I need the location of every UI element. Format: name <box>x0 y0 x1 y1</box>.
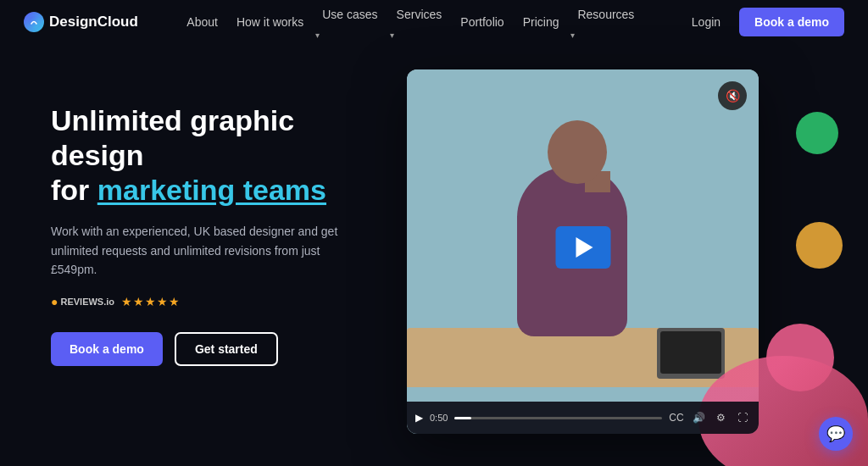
video-progress-fill <box>454 417 471 419</box>
reviews-section: ● REVIEWS.io ★★★★★ <box>51 295 373 308</box>
mute-button[interactable]: 🔇 <box>718 81 747 110</box>
video-laptop-screen <box>660 331 721 374</box>
video-controls: ▶ 0:50 CC 🔊 ⚙ ⛶ <box>407 402 759 434</box>
video-laptop <box>657 328 725 379</box>
logo-text: DesignCloud <box>49 14 138 31</box>
hero-description: Work with an experienced, UK based desig… <box>51 222 339 279</box>
video-cc-icon[interactable]: CC <box>669 410 684 425</box>
video-person-head <box>548 120 607 184</box>
play-triangle-icon <box>576 237 593 258</box>
reviews-logo: ● REVIEWS.io <box>51 295 114 308</box>
deco-orange-circle <box>796 222 843 269</box>
nav-book-demo-button[interactable]: Book a demo <box>739 8 844 36</box>
nav-pricing[interactable]: Pricing <box>516 10 566 34</box>
video-settings-icon[interactable]: ⚙ <box>713 410 728 425</box>
hero-title-highlight: marketing teams <box>97 174 326 206</box>
play-button[interactable] <box>555 226 610 269</box>
video-volume-icon[interactable]: 🔊 <box>691 410 706 425</box>
nav-resources[interactable]: Resources <box>570 3 641 26</box>
nav-about[interactable]: About <box>180 10 225 34</box>
nav-links: About How it works Use cases Services Po… <box>180 3 641 42</box>
chat-bubble-button[interactable]: 💬 <box>819 417 853 451</box>
book-demo-button[interactable]: Book a demo <box>51 332 163 366</box>
video-container: 🔇 ▶ 0:50 CC 🔊 ⚙ ⛶ <box>407 69 759 434</box>
nav-right: Login Book a demo <box>683 8 844 36</box>
hero-section: Unlimited graphic design for marketing t… <box>0 44 868 466</box>
logo[interactable]: DesignCloud <box>24 12 138 32</box>
cta-buttons: Book a demo Get started <box>51 332 373 366</box>
hero-title: Unlimited graphic design for marketing t… <box>51 103 373 207</box>
login-button[interactable]: Login <box>683 10 729 34</box>
nav-use-cases[interactable]: Use cases <box>315 3 384 26</box>
video-play-control[interactable]: ▶ <box>415 412 423 424</box>
logo-icon <box>24 12 44 32</box>
nav-how-it-works[interactable]: How it works <box>230 10 310 34</box>
reviews-dot: ● <box>51 295 58 308</box>
video-progress-bar[interactable] <box>454 417 662 419</box>
get-started-button[interactable]: Get started <box>175 332 278 366</box>
reviews-stars: ★★★★★ <box>121 295 181 308</box>
navbar: DesignCloud About How it works Use cases… <box>0 0 868 44</box>
chat-bubble-icon: 💬 <box>826 424 845 443</box>
deco-green-circle <box>796 112 838 154</box>
nav-services[interactable]: Services <box>390 3 449 26</box>
nav-portfolio[interactable]: Portfolio <box>453 10 510 34</box>
hero-left: Unlimited graphic design for marketing t… <box>51 61 373 366</box>
video-fullscreen-icon[interactable]: ⛶ <box>735 410 750 425</box>
video-ctrl-icons: CC 🔊 ⚙ ⛶ <box>669 410 750 425</box>
video-time: 0:50 <box>430 413 448 423</box>
reviews-text: REVIEWS.io <box>60 297 114 307</box>
